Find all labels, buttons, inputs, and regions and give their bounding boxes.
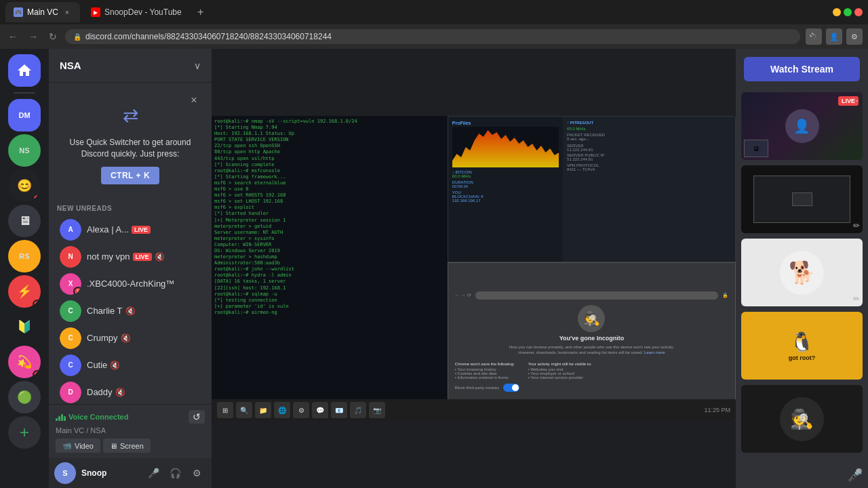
- browser-actions: 🔌 👤 ⚙: [806, 28, 863, 45]
- task-button-2[interactable]: 🌐: [274, 402, 290, 418]
- participant-card-dark[interactable]: 🕵️: [741, 385, 863, 453]
- user-area: S Snoop 🎤 🎧 ⚙: [49, 458, 212, 488]
- voice-actions: 📹 Video 🖥 Screen: [56, 439, 205, 453]
- participant-card-dog[interactable]: 🐕 ✏: [741, 239, 863, 306]
- server-header[interactable]: NSA ∨: [49, 49, 212, 83]
- task-button-4[interactable]: 💬: [312, 402, 328, 418]
- mute-icon-daddy: 🔇: [115, 388, 125, 397]
- watch-stream-button[interactable]: Watch Stream: [744, 57, 860, 81]
- participant-card-1[interactable]: 👤 🖥 LIVE ···: [741, 92, 863, 160]
- close-button[interactable]: [854, 8, 863, 16]
- dm-info-crumpy: Crumpy 🔇: [87, 333, 201, 343]
- participant-thumb-dog: 🐕: [741, 239, 863, 306]
- dm-name-notmyvpn: not my vpn LIVE 🔇: [87, 251, 201, 262]
- screen-share-button[interactable]: 🖥 Screen: [103, 439, 151, 453]
- participant-card-screen[interactable]: ✏: [741, 165, 863, 233]
- screen-share-thumb: ✏: [741, 165, 863, 233]
- dm-item-notmyvpn[interactable]: N not my vpn LIVE 🔇: [54, 243, 206, 270]
- voice-status-row: Voice Connected ↺: [56, 410, 205, 424]
- back-button[interactable]: ←: [5, 30, 20, 43]
- task-button-7[interactable]: 📷: [369, 402, 385, 418]
- task-button-3[interactable]: ⚙: [293, 402, 309, 418]
- add-server-button[interactable]: +: [8, 416, 41, 449]
- participant-card-tux[interactable]: 🐧 got root?: [741, 312, 863, 380]
- user-controls: 🎤 🎧 ⚙: [144, 464, 206, 483]
- maximize-button[interactable]: [844, 8, 852, 16]
- tab-main-vc[interactable]: 🎮 Main VC ×: [5, 2, 80, 22]
- tab-close-main-vc[interactable]: ×: [62, 7, 72, 17]
- sidebar-item-server-7[interactable]: 🔰: [8, 310, 41, 343]
- dm-item-alexa[interactable]: A Alexa | A... LIVE: [54, 216, 206, 243]
- stream-area: root@kali:~# nmap -sV --script=vuln 192.…: [212, 49, 736, 488]
- settings-button[interactable]: ⚙: [846, 28, 863, 45]
- voice-bar-1: [56, 418, 58, 421]
- ctrl-k-button[interactable]: CTRL + K: [101, 167, 159, 184]
- sidebar-item-server-8[interactable]: 2 💫: [8, 346, 41, 378]
- mute-mic-icon[interactable]: 🎤: [848, 468, 863, 483]
- sidebar-item-server-1[interactable]: DM: [8, 99, 41, 131]
- small-screen-preview: [792, 192, 812, 206]
- mute-button[interactable]: 🎤: [144, 464, 163, 483]
- task-button-6[interactable]: 🎵: [350, 402, 366, 418]
- search-button[interactable]: 🔍: [236, 402, 252, 418]
- badge-xbc: 1: [73, 287, 81, 295]
- more-options-button[interactable]: ···: [850, 95, 859, 107]
- forward-button[interactable]: →: [26, 30, 41, 43]
- dm-item-daddy[interactable]: D Daddy 🔇: [54, 379, 206, 404]
- dm-info-daddy: Daddy 🔇: [87, 387, 201, 397]
- dm-info-xbc: .XBC4000-ArchKing™: [87, 279, 201, 289]
- tab-title-main-vc: Main VC: [27, 7, 58, 17]
- main-layout: DM NS 5 😊 🖥 RS 1 ⚡ 🔰 2 💫 🟢 +: [0, 49, 868, 488]
- new-unreads-header: NEW UNREADS: [49, 201, 212, 216]
- sidebar-item-server-6[interactable]: 1 ⚡: [8, 275, 41, 308]
- participant-thumb-dark: 🕵️: [741, 385, 863, 453]
- dm-avatar-daddy: D: [60, 382, 81, 403]
- voice-status-text: Voice Connected: [56, 413, 128, 421]
- dm-avatar-cutie: C: [60, 354, 81, 376]
- refresh-button[interactable]: ↻: [46, 30, 60, 43]
- sidebar-item-server-4[interactable]: 🖥: [8, 205, 41, 237]
- sidebar-item-server-2[interactable]: NS: [8, 134, 41, 167]
- edit-overlay: ✏: [853, 221, 860, 230]
- deafen-button[interactable]: 🎧: [165, 464, 184, 483]
- right-panel-mute: 🎤: [736, 462, 868, 488]
- dm-item-xbc[interactable]: X 1 .XBC4000-ArchKing™: [54, 270, 206, 298]
- voice-disconnect-button[interactable]: ↺: [189, 410, 205, 424]
- minimize-button[interactable]: [833, 8, 841, 16]
- right-panel: Watch Stream 👤 🖥 LIVE ···: [736, 49, 868, 488]
- tab-favicon-youtube: ▶: [91, 7, 100, 17]
- sidebar-item-home[interactable]: [8, 54, 41, 87]
- channel-sidebar: NSA ∨ × ⇄ Use Quick Switcher to get arou…: [49, 49, 212, 488]
- server-divider-1: [14, 92, 35, 94]
- dm-name-charliet: Charlie T 🔇: [87, 306, 201, 316]
- sidebar-item-server-3[interactable]: 5 😊: [8, 169, 41, 202]
- url-text: discord.com/channels/882433034060718240/…: [85, 32, 332, 41]
- quick-switcher-close[interactable]: ×: [187, 94, 201, 107]
- tab-bar: 🎮 Main VC × ▶ SnoopDev - YouTube +: [0, 0, 868, 24]
- sidebar-item-server-5[interactable]: RS: [8, 240, 41, 272]
- dm-item-crumpy[interactable]: C Crumpy 🔇: [54, 325, 206, 352]
- tab-snoopdev[interactable]: ▶ SnoopDev - YouTube: [83, 2, 190, 22]
- new-tab-button[interactable]: +: [193, 4, 209, 20]
- start-button[interactable]: ⊞: [217, 402, 233, 418]
- dm-item-cutie[interactable]: C Cutie 🔇: [54, 352, 206, 379]
- dm-name-crumpy: Crumpy 🔇: [87, 333, 201, 343]
- task-button-1[interactable]: 📁: [255, 402, 271, 418]
- video-button[interactable]: 📹 Video: [56, 439, 100, 453]
- taskbar-time: 11:25 PM: [704, 407, 730, 413]
- vpn-download-stats: ↓ BITCOIN 60.0 MH/s DURATION 00:59:34 YO…: [452, 170, 559, 203]
- address-bar[interactable]: 🔒 discord.com/channels/88243303406071824…: [65, 29, 800, 44]
- dm-avatar-notmyvpn: N: [60, 246, 81, 268]
- task-button-5[interactable]: 📧: [331, 402, 347, 418]
- voice-bar-4: [64, 416, 66, 421]
- user-settings-button[interactable]: ⚙: [187, 464, 206, 483]
- taskbar-overlay: ⊞ 🔍 📁 🌐 ⚙ 💬 📧 🎵 📷 11:25 PM: [212, 399, 736, 421]
- dm-item-charliet[interactable]: C Charlie T 🔇: [54, 298, 206, 325]
- sidebar-item-server-9[interactable]: 🟢: [8, 381, 41, 413]
- main-content: root@kali:~# nmap -sV --script=vuln 192.…: [212, 49, 868, 488]
- extensions-button[interactable]: 🔌: [806, 28, 822, 45]
- incognito-description: Now you can browse privately, and other …: [507, 344, 676, 356]
- browser-chrome: 🎮 Main VC × ▶ SnoopDev - YouTube + ← → ↻…: [0, 0, 868, 49]
- profile-button[interactable]: 👤: [826, 28, 842, 45]
- dm-info-cutie: Cutie 🔇: [87, 360, 201, 370]
